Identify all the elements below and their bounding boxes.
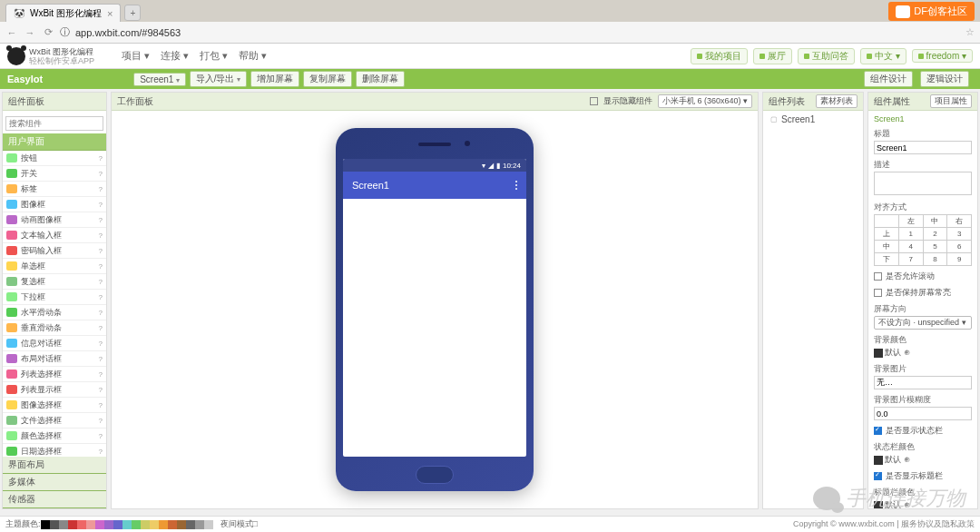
- lang-select[interactable]: 中文 ▾: [860, 48, 906, 64]
- palette-item[interactable]: 布局对话框?: [3, 351, 106, 367]
- palette-item[interactable]: 图像框?: [3, 197, 106, 212]
- help-icon[interactable]: ?: [99, 293, 103, 301]
- phone-screen[interactable]: ▾◢▮ 10:24 Screen1: [343, 159, 526, 457]
- prop-showstatus-checkbox[interactable]: [874, 427, 882, 435]
- help-icon[interactable]: ?: [99, 278, 103, 286]
- my-projects-link[interactable]: 我的项目: [691, 48, 748, 64]
- category-ui[interactable]: 用户界面: [3, 133, 106, 151]
- theme-swatch[interactable]: [68, 520, 77, 529]
- theme-swatch[interactable]: [177, 520, 186, 529]
- category-layout[interactable]: 界面布局: [3, 457, 106, 474]
- menu-project[interactable]: 项目 ▾: [122, 49, 150, 63]
- theme-swatch[interactable]: [186, 520, 195, 529]
- palette-item[interactable]: 列表选择框?: [3, 367, 106, 382]
- night-mode-toggle[interactable]: 夜间模式□: [220, 518, 258, 530]
- help-icon[interactable]: ?: [99, 417, 103, 425]
- prop-scroll-checkbox[interactable]: [874, 272, 882, 281]
- theme-swatch[interactable]: [122, 520, 132, 529]
- help-icon[interactable]: ?: [99, 309, 103, 317]
- help-icon[interactable]: ?: [99, 154, 103, 163]
- palette-item[interactable]: 文件选择框?: [3, 413, 106, 429]
- help-icon[interactable]: ?: [99, 340, 103, 348]
- theme-swatch[interactable]: [86, 520, 95, 529]
- prop-statuscolor[interactable]: 默认 ⊕: [885, 455, 910, 464]
- theme-swatch[interactable]: [41, 520, 50, 529]
- help-icon[interactable]: ?: [99, 247, 103, 255]
- palette-item[interactable]: 列表显示框?: [3, 382, 106, 398]
- delete-screen-button[interactable]: 删除屏幕: [356, 71, 405, 87]
- forward-icon[interactable]: →: [24, 27, 36, 38]
- category-sensor[interactable]: 传感器: [3, 491, 106, 508]
- theme-swatch[interactable]: [159, 520, 168, 529]
- palette-item[interactable]: 复选框?: [3, 274, 106, 290]
- prop-desc-input[interactable]: [874, 172, 972, 195]
- palette-item[interactable]: 图像选择框?: [3, 398, 106, 413]
- help-icon[interactable]: ?: [99, 262, 103, 271]
- prop-keepon-checkbox[interactable]: [874, 289, 882, 297]
- screen-select[interactable]: Screen1: [133, 73, 185, 86]
- blocks-tab[interactable]: 逻辑设计: [920, 71, 969, 87]
- help-icon[interactable]: ?: [99, 355, 103, 363]
- designer-tab[interactable]: 组件设计: [864, 71, 913, 87]
- theme-swatch[interactable]: [77, 520, 86, 529]
- prop-bgcolor[interactable]: 默认 ⊕: [885, 348, 910, 357]
- help-icon[interactable]: ?: [99, 401, 103, 409]
- help-icon[interactable]: ?: [99, 432, 103, 440]
- show-hidden-checkbox[interactable]: [590, 97, 598, 105]
- theme-swatch[interactable]: [204, 520, 213, 529]
- theme-swatch[interactable]: [50, 520, 59, 529]
- help-icon[interactable]: ?: [99, 170, 103, 178]
- help-icon[interactable]: ?: [99, 185, 103, 193]
- palette-item[interactable]: 垂直滑动条?: [3, 320, 106, 336]
- palette-item[interactable]: 水平滑动条?: [3, 305, 106, 320]
- prop-bgimg-input[interactable]: [874, 376, 972, 389]
- help-icon[interactable]: ?: [99, 370, 103, 379]
- reload-icon[interactable]: ⟳: [42, 26, 54, 38]
- prop-orient-select[interactable]: 不设方向 · unspecified ▾: [874, 316, 972, 330]
- help-icon[interactable]: ?: [99, 324, 103, 332]
- help-icon[interactable]: ?: [99, 232, 103, 240]
- browser-tab[interactable]: 🐼 WxBit 图形化编程 ×: [5, 4, 121, 22]
- palette-item[interactable]: 开关?: [3, 166, 106, 182]
- palette-item[interactable]: 标签?: [3, 182, 106, 197]
- new-tab-button[interactable]: +: [124, 5, 141, 21]
- theme-swatch[interactable]: [150, 520, 159, 529]
- palette-item[interactable]: 文本输入框?: [3, 228, 106, 243]
- palette-search-input[interactable]: [5, 116, 103, 131]
- palette-item[interactable]: 颜色选择框?: [3, 429, 106, 444]
- assets-button[interactable]: 素材列表: [816, 94, 858, 108]
- theme-swatch[interactable]: [59, 520, 68, 529]
- prop-title-input[interactable]: [874, 141, 972, 154]
- palette-item[interactable]: 信息对话框?: [3, 336, 106, 351]
- outline-root[interactable]: Screen1: [763, 111, 863, 128]
- align-grid[interactable]: 左中右 上123 中456 下789: [874, 214, 972, 266]
- prop-showtitle-checkbox[interactable]: [874, 472, 882, 480]
- help-icon[interactable]: ?: [99, 448, 103, 456]
- category-media[interactable]: 多媒体: [3, 474, 106, 491]
- add-screen-button[interactable]: 增加屏幕: [250, 71, 299, 87]
- close-icon[interactable]: ×: [107, 8, 113, 19]
- palette-item[interactable]: 密码输入框?: [3, 243, 106, 259]
- theme-swatch[interactable]: [141, 520, 150, 529]
- app-logo[interactable]: WxBit 图形化编程 轻松制作安卓APP: [7, 47, 94, 65]
- theme-swatch[interactable]: [168, 520, 177, 529]
- url-text[interactable]: app.wxbit.com/#984563: [75, 27, 960, 38]
- overflow-icon[interactable]: [515, 181, 517, 190]
- qa-link[interactable]: 互助问答: [798, 48, 855, 64]
- back-icon[interactable]: ←: [5, 27, 18, 38]
- menu-connect[interactable]: 连接 ▾: [161, 49, 189, 63]
- palette-item[interactable]: 日期选择框?: [3, 444, 106, 457]
- device-select[interactable]: 小米手机 6 (360x640) ▾: [658, 94, 752, 108]
- prop-blur-input[interactable]: [874, 407, 972, 420]
- import-export-button[interactable]: 导入/导出: [190, 71, 247, 87]
- theme-swatch[interactable]: [132, 520, 141, 529]
- gallery-link[interactable]: 展厅: [753, 48, 792, 64]
- help-icon[interactable]: ?: [99, 216, 103, 224]
- palette-item[interactable]: 按钮?: [3, 151, 106, 166]
- menu-help[interactable]: 帮助 ▾: [239, 49, 267, 63]
- copy-screen-button[interactable]: 复制屏幕: [303, 71, 352, 87]
- theme-swatch[interactable]: [95, 520, 104, 529]
- project-props-button[interactable]: 项目属性: [930, 94, 972, 108]
- palette-item[interactable]: 动画图像框?: [3, 212, 106, 228]
- help-icon[interactable]: ?: [99, 386, 103, 394]
